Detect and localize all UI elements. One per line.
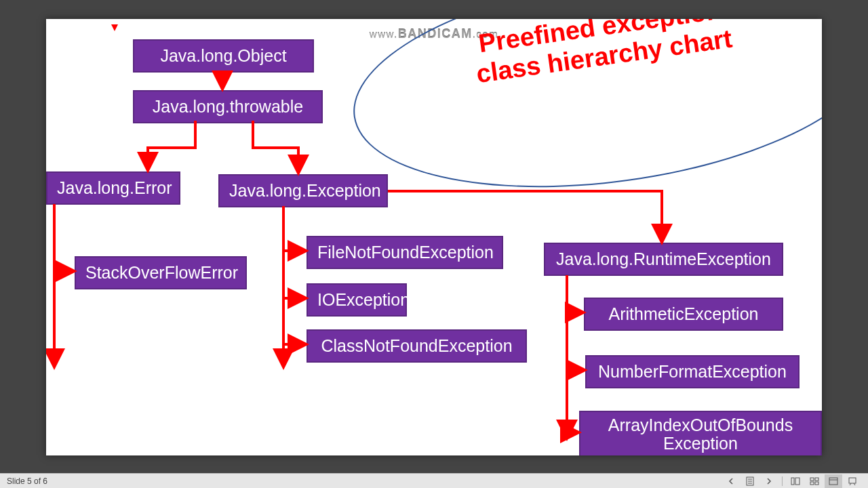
red-marker-icon	[111, 24, 118, 31]
node-runtime: Java.long.RuntimeException	[544, 243, 783, 276]
node-exception: Java.long.Exception	[218, 174, 388, 207]
svg-rect-7	[815, 478, 818, 481]
node-numberformat: NumberFormatException	[585, 355, 800, 388]
node-throwable: Java.long.throwable	[133, 90, 323, 123]
status-bar: Slide 5 of 6	[0, 473, 868, 488]
slide-content: www.BANDICAM.com Preefined exception cla…	[46, 19, 822, 455]
status-separator	[782, 476, 783, 486]
svg-rect-6	[810, 478, 814, 481]
slide-canvas: www.BANDICAM.com Preefined exception cla…	[46, 19, 822, 455]
svg-rect-8	[810, 482, 814, 485]
page-icon[interactable]	[741, 474, 759, 488]
view-sorter-button[interactable]	[806, 474, 823, 488]
node-aioob: ArrayIndexOutOfBounds Exception	[579, 411, 822, 455]
status-right	[722, 474, 861, 488]
app-root: www.BANDICAM.com Preefined exception cla…	[0, 0, 868, 488]
view-slideshow-button[interactable]	[844, 474, 861, 488]
node-cnf: ClassNotFoundException	[307, 329, 527, 363]
node-io: IOException	[307, 283, 407, 317]
view-reading-button[interactable]	[825, 474, 842, 488]
prev-slide-button[interactable]	[722, 474, 740, 488]
svg-rect-9	[815, 482, 818, 485]
watermark-prefix: www.	[370, 28, 398, 40]
view-normal-button[interactable]	[787, 474, 804, 488]
node-stackoverflow: StackOverFlowError	[75, 256, 247, 289]
svg-rect-4	[791, 478, 794, 485]
node-aioob-text: ArrayIndexOutOfBounds Exception	[608, 416, 793, 453]
node-fnf: FileNotFoundException	[307, 236, 503, 269]
slide-viewer: www.BANDICAM.com Preefined exception cla…	[0, 0, 868, 473]
next-slide-button[interactable]	[760, 474, 778, 488]
node-arithmetic: ArithmeticException	[584, 298, 783, 331]
node-error: Java.long.Error	[46, 171, 180, 205]
svg-rect-10	[829, 478, 837, 485]
svg-rect-5	[795, 478, 800, 485]
node-object: Java.long.Object	[133, 39, 314, 73]
slide-counter: Slide 5 of 6	[7, 476, 47, 486]
svg-rect-12	[849, 478, 856, 483]
